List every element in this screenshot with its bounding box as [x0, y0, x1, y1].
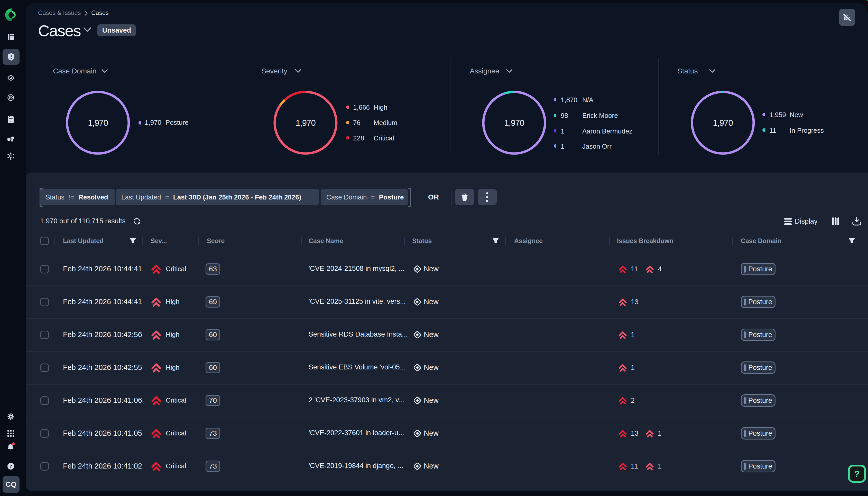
- svg-text:?: ?: [10, 464, 12, 469]
